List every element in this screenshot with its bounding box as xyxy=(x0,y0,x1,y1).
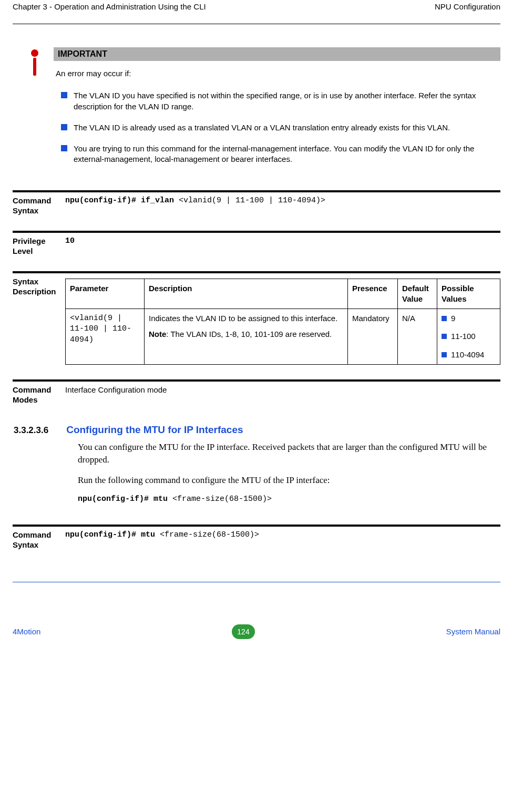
th-presence: Presence xyxy=(348,279,398,309)
desc-text: Indicates the VLAN ID to be assigned to … xyxy=(149,313,343,324)
cmd-bold: npu(config-if)# if_vlan xyxy=(65,196,179,205)
cell-default: N/A xyxy=(398,309,437,365)
command-syntax-label: Command Syntax xyxy=(13,196,65,216)
command-modes-row: Command Modes Interface Configuration mo… xyxy=(13,379,500,405)
bullet-text: You are trying to run this command for t… xyxy=(74,143,500,165)
note-label: Note xyxy=(149,330,166,338)
command-syntax-value: npu(config-if)# mtu <frame-size(68-1500)… xyxy=(65,530,500,540)
command-syntax-row-2: Command Syntax npu(config-if)# mtu <fram… xyxy=(13,525,500,550)
header-divider xyxy=(13,24,500,24)
section-paragraph: Run the following command to configure t… xyxy=(78,474,500,487)
square-bullet-icon xyxy=(442,334,447,339)
footer-left: 4Motion xyxy=(13,627,40,636)
square-bullet-icon xyxy=(61,124,67,130)
syntax-description-row: Syntax Description Parameter Description… xyxy=(13,271,500,365)
th-default: Default Value xyxy=(398,279,437,309)
section-command: npu(config-if)# mtu <frame-size(68-1500)… xyxy=(78,495,500,503)
important-callout: IMPORTANT An error may occur if: The VLA… xyxy=(26,47,500,176)
cell-presence: Mandatory xyxy=(348,309,398,365)
syntax-description-label: Syntax Description xyxy=(13,276,65,297)
pv-text: 11-100 xyxy=(451,331,476,342)
command-modes-value: Interface Configuration mode xyxy=(65,385,500,395)
square-bullet-icon xyxy=(442,352,447,357)
section-title: Configuring the MTU for IP Interfaces xyxy=(66,424,243,436)
cmd-rest: <frame-size(68-1500)> xyxy=(160,530,259,539)
pv-item: 9 xyxy=(442,313,496,324)
page-number-pill: 124 xyxy=(232,624,255,639)
important-title: IMPORTANT xyxy=(54,47,500,61)
header-left: Chapter 3 - Operation and Administration… xyxy=(13,2,206,11)
pv-text: 9 xyxy=(451,313,455,324)
page-footer: 4Motion 124 System Manual xyxy=(13,624,500,639)
command-modes-label: Command Modes xyxy=(13,385,65,405)
important-bullet: The VLAN ID is already used as a transla… xyxy=(54,122,500,133)
th-possible: Possible Values xyxy=(437,279,500,309)
square-bullet-icon xyxy=(61,145,67,151)
important-bullet: You are trying to run this command for t… xyxy=(54,143,500,165)
table-row: <vlanid(9 | 11-100 | 110-4094) Indicates… xyxy=(66,309,500,365)
privilege-level-row: Privilege Level 10 xyxy=(13,231,500,256)
note-rest: : The VLAN IDs, 1-8, 10, 101-109 are res… xyxy=(166,330,332,338)
footer-divider xyxy=(13,582,500,582)
cell-parameter: <vlanid(9 | 11-100 | 110-4094) xyxy=(66,309,145,365)
cmd-bold: npu(config-if)# mtu xyxy=(78,495,172,503)
privilege-level-value: 10 xyxy=(65,236,500,246)
cell-possible: 9 11-100 110-4094 xyxy=(437,309,500,365)
desc-note: Note: The VLAN IDs, 1-8, 10, 101-109 are… xyxy=(149,329,343,340)
syntax-table: Parameter Description Presence Default V… xyxy=(65,279,500,365)
cmd-rest: <frame-size(68-1500)> xyxy=(172,495,272,503)
pv-text: 110-4094 xyxy=(451,350,484,360)
square-bullet-icon xyxy=(61,92,67,98)
table-header-row: Parameter Description Presence Default V… xyxy=(66,279,500,309)
important-intro: An error may occur if: xyxy=(54,61,500,81)
cmd-rest: <vlanid(9 | 11-100 | 110-4094)> xyxy=(179,196,325,205)
command-syntax-label: Command Syntax xyxy=(13,530,65,550)
important-icon xyxy=(26,47,43,79)
section-heading-row: 3.3.2.3.6 Configuring the MTU for IP Int… xyxy=(14,424,500,436)
th-description: Description xyxy=(145,279,348,309)
footer-right: System Manual xyxy=(446,627,500,636)
th-parameter: Parameter xyxy=(66,279,145,309)
pv-item: 11-100 xyxy=(442,331,496,342)
bullet-text: The VLAN ID is already used as a transla… xyxy=(74,122,450,133)
privilege-level-label: Privilege Level xyxy=(13,236,65,256)
important-bullet: The VLAN ID you have specified is not wi… xyxy=(54,90,500,112)
pv-item: 110-4094 xyxy=(442,350,496,360)
command-syntax-row: Command Syntax npu(config-if)# if_vlan <… xyxy=(13,190,500,216)
bullet-text: The VLAN ID you have specified is not wi… xyxy=(74,90,500,112)
section-number: 3.3.2.3.6 xyxy=(14,425,48,436)
header-right: NPU Configuration xyxy=(435,2,500,11)
section-paragraph: You can configure the MTU for the IP int… xyxy=(78,441,500,467)
cell-description: Indicates the VLAN ID to be assigned to … xyxy=(145,309,348,365)
command-syntax-value: npu(config-if)# if_vlan <vlanid(9 | 11-1… xyxy=(65,196,500,206)
cmd-bold: npu(config-if)# mtu xyxy=(65,530,160,539)
square-bullet-icon xyxy=(442,316,447,321)
